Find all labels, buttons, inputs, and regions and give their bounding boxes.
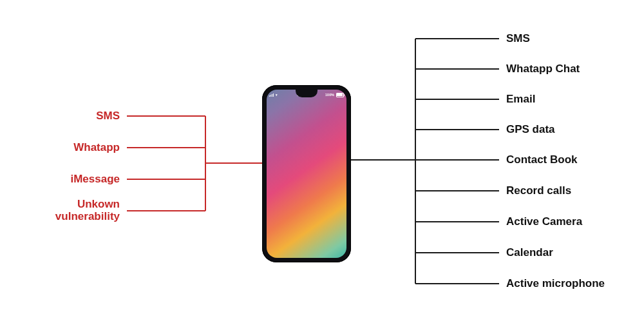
right-item-whatapp-chat: Whatapp Chat [506,63,580,75]
right-item-gps-data: GPS data [506,124,555,136]
left-item-imessage: iMessage [70,173,120,186]
right-item-sms: SMS [506,33,530,45]
signal-icon [269,93,274,97]
right-item-email: Email [506,93,535,106]
right-item-calendar: Calendar [506,247,553,259]
statusbar-battery-text: 100% [325,93,334,97]
right-item-record-calls: Record calls [506,185,571,197]
phone-notch [296,90,317,97]
wifi-icon: ▾ [276,93,278,97]
left-item-sms: SMS [96,110,120,122]
right-item-active-microphone: Active microphone [506,278,605,290]
diagram-canvas: ▾ 16:35 100% SMS Whatapp iMessage Unkown… [0,0,644,323]
phone-screen [267,90,346,258]
smartphone: ▾ 16:35 100% [262,85,351,262]
left-item-whatapp: Whatapp [73,142,120,154]
left-item-unknown-vulnerability: Unkown vulnerability [55,199,120,222]
right-item-contact-book: Contact Book [506,154,578,166]
right-item-active-camera: Active Camera [506,216,582,228]
battery-icon [336,93,344,97]
